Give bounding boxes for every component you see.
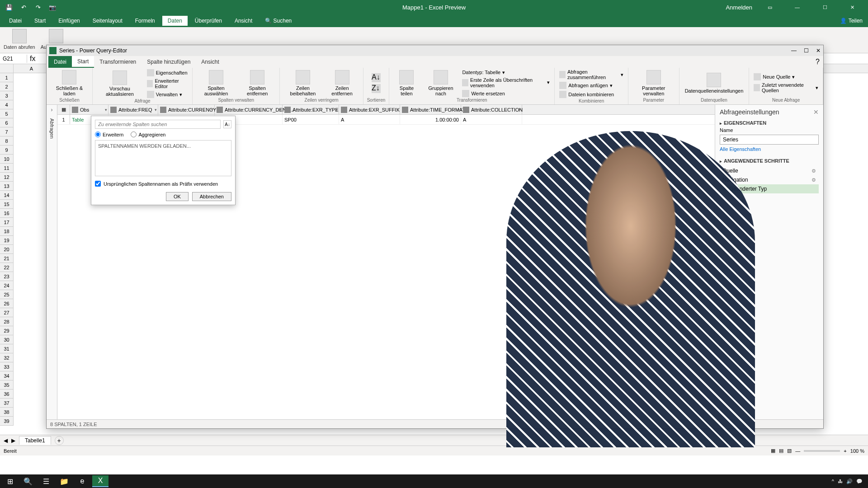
- remove-rows-button[interactable]: Zeilen entfernen: [325, 69, 359, 97]
- save-icon[interactable]: 💾: [4, 2, 14, 13]
- ribbon-options-icon[interactable]: ▭: [760, 0, 780, 14]
- zoom-slider[interactable]: [804, 450, 840, 452]
- column-header[interactable]: Attribute:COLLECTION▾: [461, 105, 522, 114]
- row-header[interactable]: 4: [0, 100, 14, 109]
- menu-daten[interactable]: Daten: [162, 16, 188, 26]
- pq-maximize-icon[interactable]: ☐: [804, 47, 809, 54]
- sheet-nav-next-icon[interactable]: ▶: [11, 437, 15, 444]
- file-explorer-icon[interactable]: 📁: [56, 475, 72, 487]
- column-header[interactable]: Attribute:CURRENCY▾: [158, 105, 215, 114]
- account-link[interactable]: Anmelden: [726, 4, 752, 11]
- row-header[interactable]: 15: [0, 200, 14, 209]
- group-by-button[interactable]: Gruppieren nach: [423, 69, 459, 97]
- network-icon[interactable]: 🖧: [838, 479, 843, 484]
- pq-tab-view[interactable]: Ansicht: [196, 56, 224, 68]
- column-header[interactable]: Attribute:TIME_FORMAT▾: [400, 105, 461, 114]
- column-header[interactable]: Attribute:EXR_SUFFIX▾: [339, 105, 400, 114]
- zoom-label[interactable]: 100 %: [850, 448, 864, 454]
- filter-dropdown-icon[interactable]: ▾: [279, 108, 281, 112]
- row-header[interactable]: 29: [0, 326, 14, 335]
- append-queries-button[interactable]: Abfragen anfügen ▾: [558, 81, 624, 89]
- row-header[interactable]: 35: [0, 380, 14, 389]
- row-header[interactable]: 8: [0, 136, 14, 145]
- pq-help-icon[interactable]: ?: [812, 56, 823, 68]
- row-header[interactable]: 2: [0, 82, 14, 91]
- view-page-icon[interactable]: ▤: [779, 448, 783, 454]
- menu-ueberpruefen[interactable]: Überprüfen: [189, 16, 227, 26]
- new-source-button[interactable]: Neue Quelle ▾: [753, 73, 819, 81]
- row-header[interactable]: 28: [0, 317, 14, 326]
- row-header[interactable]: 33: [0, 362, 14, 371]
- name-box[interactable]: G21: [0, 55, 27, 63]
- row-header[interactable]: 18: [0, 227, 14, 236]
- sort-asc-icon[interactable]: A↓: [372, 73, 381, 82]
- prefix-checkbox[interactable]: [95, 181, 101, 187]
- row-header[interactable]: 19: [0, 236, 14, 245]
- expand-radio-aggregate[interactable]: Aggregieren: [131, 131, 165, 137]
- data-cell[interactable]: 1.00:00:00: [400, 115, 461, 124]
- manage-button[interactable]: Verwalten ▾: [146, 90, 189, 99]
- search-icon[interactable]: 🔍: [20, 475, 36, 487]
- gear-icon[interactable]: ⚙: [811, 168, 816, 174]
- fx-icon[interactable]: fx: [30, 55, 35, 63]
- row-header[interactable]: 24: [0, 281, 14, 290]
- row-header[interactable]: 10: [0, 155, 14, 164]
- row-header[interactable]: 38: [0, 408, 14, 417]
- cancel-button[interactable]: Abbrechen: [192, 192, 231, 201]
- keep-rows-button[interactable]: Zeilen beibehalten: [283, 69, 322, 97]
- row-header[interactable]: 16: [0, 209, 14, 218]
- choose-columns-button[interactable]: Spalten auswählen: [196, 69, 236, 97]
- recent-sources-button[interactable]: Zuletzt verwendete Quellen ▾: [753, 82, 819, 94]
- edge-icon[interactable]: e: [74, 475, 90, 487]
- row-header[interactable]: 14: [0, 191, 14, 200]
- row-header[interactable]: 26: [0, 299, 14, 308]
- queries-pane-collapsed[interactable]: › Abfragen: [47, 105, 57, 419]
- notification-icon[interactable]: 💬: [856, 479, 863, 484]
- tray-chevron-icon[interactable]: ^: [832, 479, 834, 484]
- col-header[interactable]: A: [14, 64, 50, 73]
- row-header[interactable]: 34: [0, 371, 14, 380]
- all-properties-link[interactable]: Alle Eigenschaften: [720, 146, 819, 152]
- row-header[interactable]: 25: [0, 290, 14, 299]
- remove-columns-button[interactable]: Spalten entfernen: [239, 69, 276, 97]
- menu-seitenlayout[interactable]: Seitenlayout: [87, 16, 128, 26]
- row-header[interactable]: 11: [0, 164, 14, 173]
- task-view-icon[interactable]: ☰: [38, 475, 54, 487]
- combine-files-button[interactable]: Dateien kombinieren: [558, 90, 624, 99]
- redo-icon[interactable]: ↷: [33, 2, 43, 13]
- filter-dropdown-icon[interactable]: ▾: [105, 108, 107, 112]
- row-header[interactable]: 36: [0, 389, 14, 399]
- data-cell[interactable]: A: [461, 115, 522, 124]
- excel-taskbar-icon[interactable]: X: [92, 475, 108, 487]
- close-load-button[interactable]: Schließen & laden: [50, 69, 89, 97]
- undo-icon[interactable]: ↶: [18, 2, 29, 13]
- row-header[interactable]: 32: [0, 353, 14, 362]
- column-header[interactable]: Attribute:CURRENCY_DENO...▾: [215, 105, 283, 114]
- view-break-icon[interactable]: ▧: [787, 448, 792, 454]
- row-header[interactable]: 39: [0, 417, 14, 426]
- ok-button[interactable]: OK: [166, 192, 189, 201]
- manage-parameters-button[interactable]: Parameter verwalten: [632, 69, 675, 97]
- start-button[interactable]: ⊞: [2, 475, 18, 487]
- filter-dropdown-icon[interactable]: ▾: [155, 108, 157, 112]
- view-normal-icon[interactable]: ▦: [771, 448, 775, 454]
- pq-tab-datei[interactable]: Datei: [48, 56, 72, 68]
- data-cell[interactable]: SP00: [283, 115, 339, 124]
- row-header[interactable]: 13: [0, 182, 14, 191]
- pq-tab-addcolumn[interactable]: Spalte hinzufügen: [142, 56, 196, 68]
- row-header[interactable]: 20: [0, 245, 14, 254]
- close-icon[interactable]: ✕: [842, 0, 863, 14]
- query-name-input[interactable]: [720, 135, 819, 145]
- camera-icon[interactable]: 📷: [47, 2, 58, 13]
- gear-icon[interactable]: ⚙: [811, 177, 816, 183]
- share-button[interactable]: Teilen: [849, 18, 863, 24]
- column-header[interactable]: Obs▾: [70, 105, 108, 114]
- datasource-settings-button[interactable]: Datenquelleneinstellungen: [683, 72, 745, 94]
- column-header[interactable]: Attribute:EXR_TYPE▾: [283, 105, 339, 114]
- replace-values-button[interactable]: Werte ersetzen: [461, 89, 551, 98]
- volume-icon[interactable]: 🔊: [846, 479, 853, 484]
- menu-datei[interactable]: Datei: [4, 16, 27, 26]
- merge-queries-button[interactable]: Abfragen zusammenführen ▾: [558, 69, 624, 80]
- expand-radio-expand[interactable]: Erweitern: [95, 131, 123, 137]
- chevron-right-icon[interactable]: ›: [51, 107, 53, 113]
